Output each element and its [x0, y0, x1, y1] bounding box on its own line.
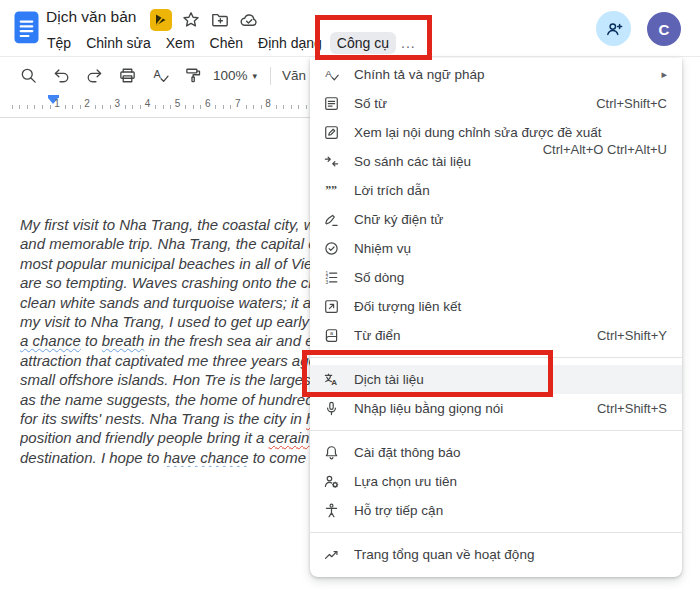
ruler-tick [163, 105, 164, 109]
toolbar-divider [270, 67, 271, 85]
menu-item-dictionary[interactable]: aTừ điểnCtrl+Shift+Y [310, 321, 682, 350]
compare-docs-icon[interactable] [323, 153, 340, 170]
zoom-caret-icon: ▾ [253, 71, 258, 81]
ruler-tick [72, 105, 73, 109]
submenu-arrow-icon: ▸ [661, 68, 667, 81]
dictionary-icon[interactable]: a [323, 327, 340, 344]
ruler-number: 3 [115, 98, 121, 109]
menu-item-label: Lựa chọn ưu tiên [354, 474, 667, 489]
svg-text:3: 3 [325, 280, 328, 285]
tools-menu: AChính tả và ngữ pháp▸Số từCtrl+Shift+CX… [310, 58, 682, 577]
ruler-tick [125, 105, 126, 109]
ruler-tick [50, 105, 51, 109]
menubar-item-chỉnh-sửa[interactable]: Chỉnh sửa [79, 32, 158, 54]
word-count-icon[interactable] [323, 95, 340, 112]
esignature-icon[interactable] [323, 211, 340, 228]
menu-item-shortcut: Ctrl+Shift+C [596, 96, 667, 111]
menu-item-translate-document[interactable]: ADịch tài liệu [310, 365, 682, 394]
menu-item-spelling-grammar[interactable]: AChính tả và ngữ pháp▸ [310, 60, 682, 89]
ruler-tick [102, 105, 103, 109]
tasks-icon[interactable] [323, 240, 340, 257]
ruler-tick [110, 105, 111, 109]
preferences-icon[interactable] [323, 473, 340, 490]
menubar-item-định-dạng[interactable]: Định dạng [251, 32, 329, 54]
cloud-status-icon[interactable] [239, 10, 259, 30]
flagged-text: breath [102, 332, 145, 349]
menu-item-label: Số dòng [354, 270, 667, 285]
menu-item-notification-settings[interactable]: Cài đặt thông báo [310, 438, 682, 467]
menu-item-label: Xem lại nội dung chỉnh sửa được đề xuất [354, 125, 667, 140]
move-folder-icon[interactable] [210, 10, 230, 30]
ruler-number: 6 [205, 98, 211, 109]
menubar-item-tools[interactable]: Công cụ [330, 32, 396, 54]
citations-icon[interactable]: ”” [323, 182, 340, 199]
spellcheck-icon[interactable]: A [323, 66, 340, 83]
menubar-item-xem[interactable]: Xem [159, 32, 202, 54]
text-segment: and memorable trip. Nha Trang, the capit… [20, 235, 316, 252]
spellcheck-icon[interactable]: A [151, 66, 170, 85]
menu-item-linked-objects[interactable]: Đối tượng liên kết [310, 292, 682, 321]
search-icon[interactable] [19, 66, 38, 85]
ruler-tick [155, 105, 156, 109]
menu-item-activity-dashboard[interactable]: Trang tổng quan về hoạt động [310, 540, 682, 569]
menu-item-line-numbers[interactable]: 123Số dòng [310, 263, 682, 292]
menu-item-tasks[interactable]: Nhiệm vụ [310, 234, 682, 263]
text-segment: attraction that captivated me three year… [20, 352, 317, 369]
redo-icon[interactable] [85, 66, 104, 85]
title-icon-row [150, 9, 259, 31]
ruler-number: 5 [175, 98, 181, 109]
print-icon[interactable] [118, 66, 137, 85]
review-edits-icon[interactable] [323, 124, 340, 141]
ruler-tick [65, 105, 66, 109]
text-segment: to [81, 332, 102, 349]
menu-item-word-count[interactable]: Số từCtrl+Shift+C [310, 89, 682, 118]
star-icon[interactable] [181, 10, 201, 30]
google-docs-logo-icon [14, 11, 39, 44]
account-avatar[interactable]: C [647, 12, 681, 46]
activity-dashboard-icon[interactable] [323, 546, 340, 563]
text-segment: for its swifts' nests. Nha Trang is the … [20, 410, 306, 427]
flagged-text: a chance [20, 332, 81, 349]
svg-text:A: A [325, 68, 332, 79]
linked-objects-icon[interactable] [323, 298, 340, 315]
text-segment: small offshore islands. Hon Tre is the l… [20, 371, 315, 388]
text-segment: as the name suggests, the home of hundre… [20, 391, 314, 408]
menu-item-esignature[interactable]: Chữ ký điện tử [310, 205, 682, 234]
addon-icon[interactable] [150, 9, 172, 31]
bell-icon[interactable] [323, 444, 340, 461]
menubar-item-chèn[interactable]: Chèn [203, 32, 250, 54]
line-numbers-icon[interactable]: 123 [323, 269, 340, 286]
menu-item-voice-typing[interactable]: Nhập liệu bằng giọng nóiCtrl+Shift+S [310, 394, 682, 423]
zoom-control[interactable]: 100%▾ [213, 68, 257, 83]
ruler-tick [246, 105, 247, 109]
menu-item-review-suggested-edits[interactable]: Xem lại nội dung chỉnh sửa được đề xuấtC… [310, 118, 682, 147]
translate-icon[interactable]: A [323, 371, 340, 388]
menubar-item-tệp[interactable]: Tệp [40, 32, 78, 54]
ruler-tick [253, 105, 254, 109]
ruler-tick [200, 105, 201, 109]
ruler: 12345678 [0, 95, 310, 118]
menu-item-preferences[interactable]: Lựa chọn ưu tiên [310, 467, 682, 496]
menu-item-label: Dịch tài liệu [354, 372, 667, 387]
person-add-icon[interactable] [604, 19, 624, 39]
svg-text:””: ”” [325, 183, 337, 197]
paint-format-icon[interactable] [184, 66, 203, 85]
svg-text:A: A [331, 378, 337, 387]
undo-icon[interactable] [52, 66, 71, 85]
ruler-tick [80, 105, 81, 109]
ruler-tick [19, 105, 20, 109]
text-segment: most popular municipal beaches in all of… [20, 255, 317, 272]
menu-item-label: Đối tượng liên kết [354, 299, 667, 314]
menu-divider [310, 532, 682, 533]
ruler-number: 8 [265, 98, 271, 109]
menu-item-label: Chữ ký điện tử [354, 212, 667, 227]
share-button[interactable] [596, 11, 631, 46]
menubar-overflow[interactable]: ... [397, 32, 420, 54]
voice-typing-icon[interactable] [323, 400, 340, 417]
menu-item-accessibility[interactable]: Hỗ trợ tiếp cận [310, 496, 682, 525]
svg-text:A: A [153, 68, 161, 80]
menu-item-citations[interactable]: ””Lời trích dẫn [310, 176, 682, 205]
accessibility-icon[interactable] [323, 502, 340, 519]
document-title[interactable]: Dịch văn bản [46, 8, 136, 26]
ruler-tick [95, 105, 96, 109]
